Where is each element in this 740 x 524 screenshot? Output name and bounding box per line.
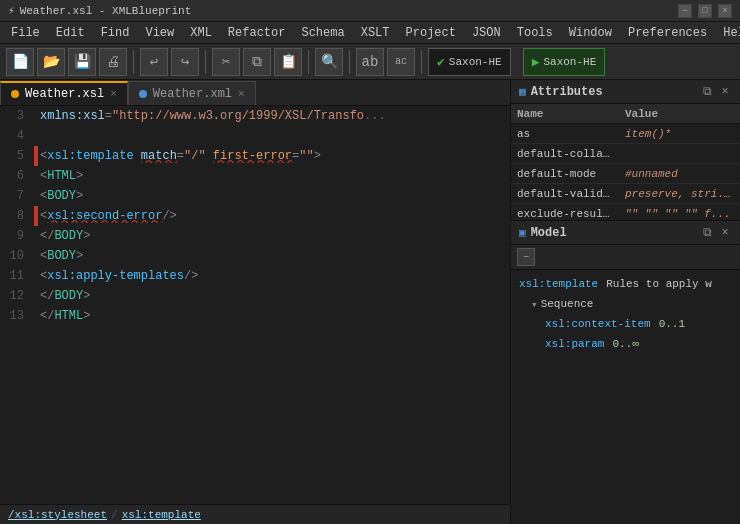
minimize-button[interactable]: − bbox=[678, 4, 692, 18]
paste-button[interactable]: 📋 bbox=[274, 48, 302, 76]
saxon-run-label: Saxon-HE bbox=[543, 56, 596, 68]
code-line-4: 4 bbox=[0, 126, 510, 146]
menu-project[interactable]: Project bbox=[399, 22, 463, 43]
find-button[interactable]: 🔍 bbox=[315, 48, 343, 76]
toolbar-separator-2 bbox=[205, 50, 206, 74]
error-indicator-8 bbox=[34, 206, 38, 226]
toolbar-separator-1 bbox=[133, 50, 134, 74]
print-button[interactable]: 🖨 bbox=[99, 48, 127, 76]
ab-button[interactable]: ab bbox=[356, 48, 384, 76]
attr-row-as[interactable]: as item()* bbox=[511, 124, 740, 144]
code-line-10: 10 <BODY> bbox=[0, 246, 510, 266]
menu-preferences[interactable]: Preferences bbox=[621, 22, 714, 43]
copy-button[interactable]: ⧉ bbox=[243, 48, 271, 76]
breadcrumb-item-stylesheet[interactable]: /xsl:stylesheet bbox=[8, 509, 107, 521]
editor-area: Weather.xsl × Weather.xml × 3 xmlns:xsl=… bbox=[0, 80, 510, 524]
menu-json[interactable]: JSON bbox=[465, 22, 508, 43]
tab-dot-xml bbox=[139, 90, 147, 98]
toolbar-separator-4 bbox=[349, 50, 350, 74]
title-bar: ⚡ Weather.xsl - XMLBlueprint − □ × bbox=[0, 0, 740, 22]
saxon-validate-button[interactable]: ✔ Saxon-HE bbox=[428, 48, 511, 76]
model-panel-icons: ⧉ × bbox=[700, 226, 732, 240]
menu-xslt[interactable]: XSLT bbox=[354, 22, 397, 43]
menu-window[interactable]: Window bbox=[562, 22, 619, 43]
attr-col-name-header: Name bbox=[511, 108, 621, 120]
attr-name-exclude-result: exclude-resul... bbox=[511, 208, 621, 220]
code-line-8: 8 <xsl:second-error/> bbox=[0, 206, 510, 226]
code-editor[interactable]: 3 xmlns:xsl="http://www.w3.org/1999/XSL/… bbox=[0, 106, 510, 504]
attr-val-default-mode: #unnamed bbox=[621, 168, 740, 180]
main-layout: Weather.xsl × Weather.xml × 3 xmlns:xsl=… bbox=[0, 80, 740, 524]
new-button[interactable]: 📄 bbox=[6, 48, 34, 76]
model-template-line: xsl:template Rules to apply w bbox=[517, 274, 734, 294]
saxon-validate-label: Saxon-HE bbox=[449, 56, 502, 68]
attr-row-default-collat[interactable]: default-collat... bbox=[511, 144, 740, 164]
code-line-6: 6 <HTML> bbox=[0, 166, 510, 186]
ac-button[interactable]: ac bbox=[387, 48, 415, 76]
attr-name-default-mode: default-mode bbox=[511, 168, 621, 180]
menu-bar: File Edit Find View XML Refactor Schema … bbox=[0, 22, 740, 44]
model-panel-title: Model bbox=[531, 226, 567, 240]
model-context-item-kw: xsl:context-item bbox=[545, 318, 651, 330]
attr-val-default-valid: preserve, stri... bbox=[621, 188, 740, 200]
model-panel-close-icon[interactable]: × bbox=[718, 226, 732, 240]
cut-button[interactable]: ✂ bbox=[212, 48, 240, 76]
attributes-panel-close-icon[interactable]: × bbox=[718, 85, 732, 99]
code-line-13: 13 </HTML> bbox=[0, 306, 510, 326]
model-toolbar: − bbox=[511, 245, 740, 270]
open-button[interactable]: 📂 bbox=[37, 48, 65, 76]
menu-file[interactable]: File bbox=[4, 22, 47, 43]
menu-find[interactable]: Find bbox=[94, 22, 137, 43]
maximize-button[interactable]: □ bbox=[698, 4, 712, 18]
code-line-7: 7 <BODY> bbox=[0, 186, 510, 206]
menu-xml[interactable]: XML bbox=[183, 22, 219, 43]
tab-label-xsl: Weather.xsl bbox=[25, 87, 104, 101]
menu-view[interactable]: View bbox=[138, 22, 181, 43]
save-button[interactable]: 💾 bbox=[68, 48, 96, 76]
attr-row-default-mode[interactable]: default-mode #unnamed bbox=[511, 164, 740, 184]
saxon-run-button[interactable]: ▶ Saxon-HE bbox=[523, 48, 606, 76]
title-bar-controls: − □ × bbox=[678, 4, 732, 18]
model-param-range: 0..∞ bbox=[612, 338, 638, 350]
attributes-panel-header: ▦ Attributes ⧉ × bbox=[511, 80, 740, 104]
toolbar-separator-3 bbox=[308, 50, 309, 74]
close-button[interactable]: × bbox=[718, 4, 732, 18]
menu-tools[interactable]: Tools bbox=[510, 22, 560, 43]
attributes-icon: ▦ bbox=[519, 85, 526, 98]
model-icon: ▣ bbox=[519, 226, 526, 239]
title-bar-title: ⚡ Weather.xsl - XMLBlueprint bbox=[8, 4, 191, 17]
play-icon: ▶ bbox=[532, 54, 540, 70]
breadcrumb-item-template[interactable]: xsl:template bbox=[122, 509, 201, 521]
tab-weather-xsl[interactable]: Weather.xsl × bbox=[0, 81, 128, 105]
tab-close-xsl[interactable]: × bbox=[110, 88, 117, 100]
model-sequence-line: ▾ Sequence bbox=[517, 294, 734, 314]
model-template-desc: Rules to apply w bbox=[606, 278, 712, 290]
menu-help[interactable]: Help bbox=[716, 22, 740, 43]
menu-refactor[interactable]: Refactor bbox=[221, 22, 293, 43]
code-line-3: 3 xmlns:xsl="http://www.w3.org/1999/XSL/… bbox=[0, 106, 510, 126]
app-icon: ⚡ bbox=[8, 4, 15, 17]
attr-name-default-valid: default-valid... bbox=[511, 188, 621, 200]
redo-button[interactable]: ↪ bbox=[171, 48, 199, 76]
model-panel-float-icon[interactable]: ⧉ bbox=[700, 226, 714, 240]
attr-row-exclude-result[interactable]: exclude-resul... "" "" "" "" f... bbox=[511, 204, 740, 220]
tab-dot-xsl bbox=[11, 90, 19, 98]
attributes-panel-float-icon[interactable]: ⧉ bbox=[700, 85, 714, 99]
attr-val-as: item()* bbox=[621, 128, 740, 140]
attr-row-default-valid[interactable]: default-valid... preserve, stri... bbox=[511, 184, 740, 204]
tab-weather-xml[interactable]: Weather.xml × bbox=[128, 81, 256, 105]
menu-schema[interactable]: Schema bbox=[294, 22, 351, 43]
breadcrumb: /xsl:stylesheet / xsl:template bbox=[0, 504, 510, 524]
model-panel: ▣ Model ⧉ × − xsl:template Rules to appl… bbox=[511, 220, 740, 524]
attr-name-as: as bbox=[511, 128, 621, 140]
attributes-panel-icons: ⧉ × bbox=[700, 85, 732, 99]
menu-edit[interactable]: Edit bbox=[49, 22, 92, 43]
undo-button[interactable]: ↩ bbox=[140, 48, 168, 76]
check-icon: ✔ bbox=[437, 54, 445, 70]
tab-close-xml[interactable]: × bbox=[238, 88, 245, 100]
code-line-5: 5 <xsl:template match="/" first-error=""… bbox=[0, 146, 510, 166]
attributes-column-headers: Name Value bbox=[511, 104, 740, 124]
attr-val-exclude-result: "" "" "" "" f... bbox=[621, 208, 740, 220]
toolbar: 📄 📂 💾 🖨 ↩ ↪ ✂ ⧉ 📋 🔍 ab ac ✔ Saxon-HE ▶ S… bbox=[0, 44, 740, 80]
model-collapse-button[interactable]: − bbox=[517, 248, 535, 266]
